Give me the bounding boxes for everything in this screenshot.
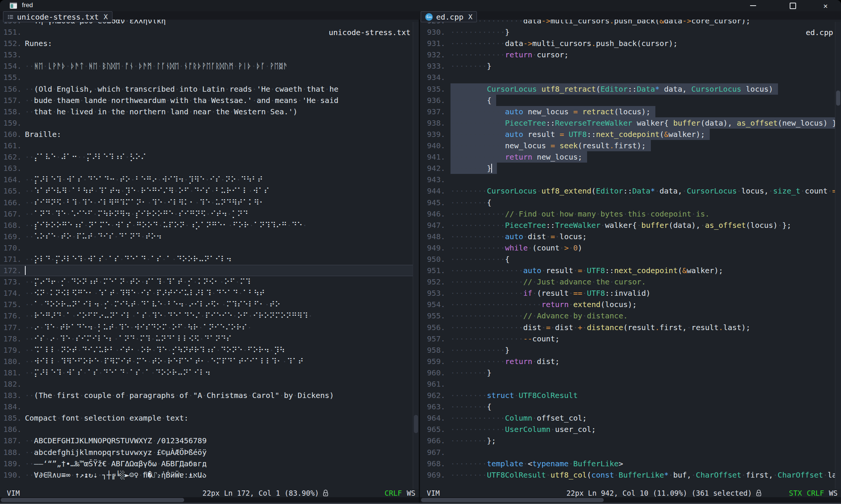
- vertical-scrollbar[interactable]: [413, 22, 419, 489]
- code-line[interactable]: 159.: [0, 117, 413, 129]
- code-line[interactable]: 949.············while·(count·>·0): [420, 242, 835, 254]
- code-line[interactable]: 188.··abcdefghijklmnopqrstuvwxyz·£©µÀÆÖÞ…: [0, 447, 413, 458]
- code-line[interactable]: 162.··⡌⠁⠧⠑·⠼⠁⠒··⡍⠜⠇⠑⠹⠰⠎·⡣⠕⠌: [0, 151, 413, 163]
- code-line[interactable]: 171.··⡕⠇⠙·⡍⠜⠇⠑⠹·⠺⠁⠎·⠁⠎·⠙⠑⠁⠙·⠁⠎·⠁·⠙⠕⠕⠗⠤⠝⠁…: [0, 254, 413, 265]
- code-line[interactable]: 953.················if·(result·==·UTF8::…: [420, 287, 835, 299]
- maximize-button[interactable]: [784, 0, 801, 11]
- code-line[interactable]: 168.··⡎⠊⠗⠕⠕⠛⠑⠰⠎·⠝⠁⠍⠑·⠺⠁⠎·⠛⠕⠕⠙·⠥⠏⠕⠝·⠰⡡⠁⠝⠛…: [0, 220, 413, 231]
- code-line[interactable]: 156.··(Old·English,·which·transcribed·in…: [0, 83, 413, 95]
- code-line[interactable]: 161.: [0, 140, 413, 151]
- code-line[interactable]: 957.················--count;: [420, 333, 835, 344]
- code-line[interactable]: 177.··⠔·⠹⠑·⠞⠗⠁⠙⠑⠲·⡃⠥⠞·⠹⠑·⠺⠊⠎⠙⠕⠍·⠕⠋·⠳⠗·⠁⠝…: [0, 322, 413, 333]
- code-line[interactable]: 962.········struct·UTF8ColResult: [420, 390, 835, 401]
- code-line[interactable]: 164.··⡍⠜⠇⠑⠹·⠺⠁⠎·⠙⠑⠁⠙⠒·⠞⠕·⠃⠑⠛⠔·⠺⠊⠹⠲·⡹⠻⠑·⠊…: [0, 174, 413, 185]
- code-line[interactable]: 942.········}: [420, 163, 835, 174]
- code-line[interactable]: 969.········UTF8ColResult·utf8_col(const…: [420, 469, 835, 481]
- code-line[interactable]: 167.··⠁⠝⠙·⠹⠑·⠡⠊⠑⠋·⠍⠳⠗⠝⠻⠲·⡎⠊⠗⠕⠕⠛⠑·⠎⠊⠛⠝⠫·⠊…: [0, 208, 413, 220]
- horizontal-scrollbar[interactable]: [420, 497, 841, 503]
- code-line[interactable]: 965.············UserColumn·user_col;: [420, 424, 835, 435]
- code-line[interactable]: 187.··ABCDEFGHIJKLMNOPQRSTUVWXYZ·/012345…: [0, 435, 413, 446]
- code-line[interactable]: 943.: [420, 174, 835, 185]
- code-line[interactable]: 968.········template·<typename·BufferLik…: [420, 458, 835, 469]
- close-button[interactable]: ✕: [817, 0, 834, 11]
- code-line[interactable]: 960.········}: [420, 367, 835, 378]
- lock-icon[interactable]: [756, 489, 762, 497]
- line-number: 182.: [0, 378, 22, 390]
- tab-close-icon[interactable]: X: [468, 13, 472, 21]
- code-line[interactable]: 189.··–—‘“”„†•…‰™œŠŸž€·ΑΒΓΔΩαβγδω·АБВГДа…: [0, 458, 413, 469]
- code-line[interactable]: 190.··∀∂∈ℝ∧∪≡∞·↑↗↨↻⇣·┐┼╔╘░►☺♀·ﬁ�⑀₂ἠḂӥẄɐː…: [0, 469, 413, 481]
- code-line[interactable]: 952.················//·Just·advance·the·…: [420, 276, 835, 287]
- code-line[interactable]: 939.············auto·result·=·UTF8::next…: [420, 129, 835, 140]
- code-line[interactable]: 954.····················return·extend(lo…: [420, 299, 835, 310]
- code-line[interactable]: 176.··⠗⠑⠛⠜⠙·⠁·⠊⠕⠋⠋⠔⠤⠝⠁⠊⠇·⠁⠎·⠹⠑·⠙⠑⠁⠙⠑⠌·⠏⠊…: [0, 310, 413, 321]
- code-line[interactable]: 941.············return·new_locus;: [420, 151, 835, 163]
- code-line[interactable]: 951.················auto·result·=·UTF8::…: [420, 265, 835, 276]
- code-line[interactable]: 181.··⡍⠜⠇⠑⠹·⠺⠁⠎·⠁⠎·⠙⠑⠁⠙·⠁⠎·⠁·⠙⠕⠕⠗⠤⠝⠁⠊⠇⠲: [0, 367, 413, 378]
- code-line[interactable]: 964.············Column·offset_col;: [420, 412, 835, 424]
- code-line[interactable]: 169.··⠡⠕⠎⠑·⠞⠕·⠏⠥⠞·⠙⠊⠎·⠙⠁⠝⠙·⠞⠕⠲: [0, 231, 413, 242]
- lock-icon[interactable]: [323, 489, 329, 497]
- code-line[interactable]: 172.: [0, 265, 413, 276]
- code-line[interactable]: 948.············auto·dist·=·locus;: [420, 231, 835, 242]
- code-line[interactable]: 186.: [0, 424, 413, 435]
- scrollbar-thumb[interactable]: [414, 415, 418, 433]
- tab-unicode-stress[interactable]: unicode-stress.txt X: [3, 11, 112, 22]
- code-line[interactable]: 158.··that·he·lived·in·the·northern·land…: [0, 106, 413, 117]
- scrollbar-thumb[interactable]: [836, 91, 840, 106]
- code-line[interactable]: 932.············return·cursor;: [420, 49, 835, 60]
- code-line[interactable]: 931.············data->multi_cursors.push…: [420, 38, 835, 49]
- code-line[interactable]: 180.··⠺⠊⠇⠇·⠹⠻⠑⠋⠕⠗⠑·⠏⠻⠍⠊⠞·⠍⠑·⠞⠕·⠗⠑⠏⠑⠁⠞⠂·⠑…: [0, 356, 413, 367]
- code-line[interactable]: 173.··⡍⠔⠙⠖·⡊·⠙⠕⠝⠰⠞·⠍⠑⠁⠝·⠞⠕·⠎⠁⠹·⠹⠁⠞·⡊·⠅⠝⠪…: [0, 276, 413, 287]
- code-line[interactable]: 155.: [0, 72, 413, 83]
- pane-divider[interactable]: [419, 11, 420, 503]
- code-line[interactable]: 966.········};: [420, 435, 835, 446]
- code-line[interactable]: 936.········{: [420, 95, 835, 106]
- code-line[interactable]: 935.········CursorLocus·utf8_retract(Edi…: [420, 83, 835, 95]
- vertical-scrollbar[interactable]: [835, 22, 841, 489]
- code-line[interactable]: 166.··⠎⠊⠛⠝⠫·⠃⠹·⠹⠑·⠊⠇⠻⠛⠹⠍⠁⠝⠂·⠹⠑·⠊⠇⠻⠅⠂·⠹⠑·…: [0, 197, 413, 208]
- code-line[interactable]: 961.: [420, 378, 835, 390]
- code-line[interactable]: 950.············{: [420, 254, 835, 265]
- code-line[interactable]: 153.: [0, 49, 413, 60]
- code-line[interactable]: 163.: [0, 163, 413, 174]
- code-line[interactable]: 930.············}: [420, 26, 835, 38]
- code-line[interactable]: 945.········{: [420, 197, 835, 208]
- code-line[interactable]: 967.: [420, 447, 835, 458]
- code-line[interactable]: 165.··⠱⠁⠞⠑⠧⠻·⠁⠃⠳⠞·⠹⠁⠞⠲·⡹⠑·⠗⠑⠛⠊⠌⠻·⠕⠋·⠙⠊⠎·…: [0, 185, 413, 197]
- horizontal-scrollbar[interactable]: [0, 497, 419, 503]
- code-line[interactable]: 959.············return·dist;: [420, 356, 835, 367]
- code-line[interactable]: 157.··bude·thaem·lande·northweardum·with…: [0, 95, 413, 106]
- tab-ed-cpp[interactable]: C++ ed.cpp X: [421, 11, 477, 22]
- code-line[interactable]: 175.··⠁·⠙⠕⠕⠗⠤⠝⠁⠊⠇⠲·⡊·⠍⠊⠣⠞·⠙⠁⠧⠑·⠃⠑⠲·⠔⠊⠇⠔⠫…: [0, 299, 413, 310]
- code-line[interactable]: 174.··⠪⠝·⠅⠝⠪⠇⠫⠛⠑⠂·⠱⠁⠞·⠹⠻⠑·⠊⠎·⠏⠜⠞⠊⠊⠥⠇⠜⠇⠹·…: [0, 287, 413, 299]
- code-line[interactable]: 934.: [420, 72, 835, 83]
- code-line[interactable]: 958.············}: [420, 344, 835, 356]
- editor-pane-right[interactable]: 929.················data->multi_cursors.…: [420, 11, 841, 489]
- code-line[interactable]: 179.··⠩⠁⠇⠇·⠝⠕⠞·⠙⠊⠌⠥⠗⠃·⠊⠞⠂·⠕⠗·⠹⠑·⡊⠳⠝⠞⠗⠹⠰⠎…: [0, 344, 413, 356]
- code-line[interactable]: 947.············PieceTree::TreeWalker·wa…: [420, 220, 835, 231]
- minimize-button[interactable]: [744, 0, 762, 11]
- code-line[interactable]: 154.··ᚻᛖ·ᚳᚹᚫᚦ·ᚦᚫᛏ·ᚻᛖ·ᛒᚢᛞᛖ·ᚩᚾ·ᚦᚫᛗ·ᛚᚪᚾᛞᛖ·ᚾ…: [0, 60, 413, 72]
- code-line[interactable]: 946.············//·Find·out·how·many·byt…: [420, 208, 835, 220]
- code-line[interactable]: 152.Runes:: [0, 38, 413, 49]
- code-line[interactable]: 184.: [0, 401, 413, 412]
- code-line[interactable]: 182.: [0, 378, 413, 390]
- code-line[interactable]: 178.··⠊⠎·⠔·⠹⠑·⠎⠊⠍⠊⠇⠑⠆·⠁⠝⠙·⠍⠹·⠥⠝⠙⠁⠇⠇⠪⠫·⠙⠁…: [0, 333, 413, 344]
- code-line[interactable]: 955.················//·Advance·by·distan…: [420, 310, 835, 321]
- code-line[interactable]: 183.··(The·first·couple·of·paragraphs·of…: [0, 390, 413, 401]
- code-line[interactable]: 937.············auto·new_locus·=·retract…: [420, 106, 835, 117]
- scrollbar-thumb[interactable]: [1, 498, 184, 502]
- scrollbar-thumb[interactable]: [421, 498, 604, 502]
- code-line[interactable]: 185.Compact·font·selection·example·text:: [0, 412, 413, 424]
- code-line[interactable]: 940.············new_locus·=·seek(result.…: [420, 140, 835, 151]
- editor-pane-left[interactable]: 150.··Τὴ·γλῶσσα·μοῦ·ἔδωσαν·ἑλληνικὴ151.1…: [0, 11, 419, 489]
- code-line[interactable]: 956.················dist·=·dist·+·distan…: [420, 322, 835, 333]
- code-line[interactable]: 938.············PieceTree::ReverseTreeWa…: [420, 117, 835, 129]
- code-line[interactable]: 170.: [0, 242, 413, 254]
- code-line[interactable]: 944.········CursorLocus·utf8_extend(Edit…: [420, 185, 835, 197]
- code-line[interactable]: 963.········{: [420, 401, 835, 412]
- tab-close-icon[interactable]: X: [104, 13, 108, 21]
- code-line[interactable]: 933.········}: [420, 60, 835, 72]
- code-line[interactable]: 160.Braille:: [0, 129, 413, 140]
